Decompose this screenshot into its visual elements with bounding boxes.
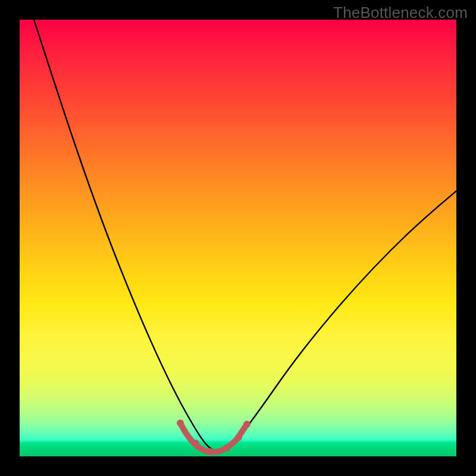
chart-frame: TheBottleneck.com bbox=[0, 0, 476, 476]
plot-area bbox=[20, 20, 456, 456]
svg-point-3 bbox=[223, 444, 230, 452]
svg-point-5 bbox=[243, 421, 250, 428]
curve-layer bbox=[20, 20, 456, 456]
bottleneck-curve bbox=[34, 20, 456, 452]
watermark-text: TheBottleneck.com bbox=[333, 4, 468, 22]
svg-point-4 bbox=[235, 434, 242, 441]
svg-point-0 bbox=[177, 419, 184, 427]
svg-point-1 bbox=[192, 440, 199, 447]
svg-point-2 bbox=[206, 448, 214, 455]
optimal-zone-overlay bbox=[177, 419, 250, 455]
